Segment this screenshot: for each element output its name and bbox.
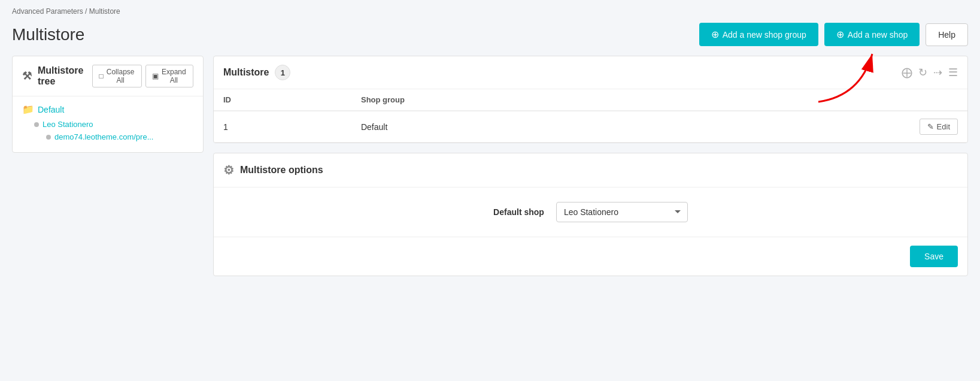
expand-all-button[interactable]: ▣ Expand All: [145, 65, 193, 87]
default-shop-select[interactable]: Leo Stationero Default: [556, 202, 688, 222]
breadcrumb-current: Multistore: [89, 7, 120, 16]
cell-actions: ✎ Edit: [672, 111, 967, 143]
tree-title-group: ⚒ Multistore tree: [22, 65, 92, 87]
add-shop-group-label: Add a new shop group: [723, 30, 806, 40]
col-actions: [672, 89, 967, 111]
tree-folder-default[interactable]: 📁 Default: [22, 104, 193, 115]
tree-item-0: Leo Stationero: [34, 120, 193, 129]
gear-icon: ⚙: [223, 163, 234, 177]
table-row: 1 Default ✎ Edit: [214, 111, 967, 143]
table-action-icons: ⨁ ↻ ⇢ ☰: [902, 66, 958, 79]
tree-controls: □ Collapse All ▣ Expand All: [92, 65, 193, 87]
cell-shop-group: Default: [351, 111, 672, 143]
cell-id: 1: [214, 111, 351, 143]
plus-box-icon: ▣: [152, 72, 159, 80]
left-panel: ⚒ Multistore tree □ Collapse All ▣ Expan…: [12, 56, 204, 276]
breadcrumb-parent: Advanced Parameters: [12, 7, 83, 16]
help-label: Help: [938, 30, 955, 40]
save-button[interactable]: Save: [910, 246, 958, 267]
save-bar: Save: [214, 237, 967, 276]
col-shop-group: Shop group: [351, 89, 672, 111]
tree-item-dot-1: [46, 135, 51, 140]
database-icon[interactable]: ☰: [948, 66, 958, 79]
breadcrumb: Advanced Parameters / Multistore: [0, 0, 980, 18]
plus-icon-2: ⊕: [836, 29, 844, 40]
tree-icon: ⚒: [22, 69, 32, 83]
options-card: ⚙ Multistore options Default shop Leo St…: [213, 153, 968, 276]
tree-card-header: ⚒ Multistore tree □ Collapse All ▣ Expan…: [13, 56, 203, 96]
default-shop-form-row: Default shop Leo Stationero Default: [493, 202, 688, 222]
edit-label: Edit: [937, 122, 950, 131]
refresh-icon[interactable]: ↻: [918, 66, 927, 79]
tree-item-dot-0: [34, 122, 39, 127]
expand-icon[interactable]: ⇢: [933, 66, 942, 79]
main-content: ⚒ Multistore tree □ Collapse All ▣ Expan…: [0, 56, 980, 288]
table-count-badge: 1: [275, 65, 290, 80]
tree-title: Multistore tree: [38, 65, 92, 87]
minus-icon: □: [99, 72, 103, 80]
page-title: Multistore: [12, 25, 84, 44]
breadcrumb-separator: /: [85, 7, 87, 16]
tree-folder-label: Default: [38, 105, 64, 114]
default-shop-label: Default shop: [493, 207, 544, 217]
collapse-all-label: Collapse All: [106, 68, 135, 84]
tree-item-link-1[interactable]: demo74.leotheme.com/pre...: [54, 132, 153, 141]
table-card: Multistore 1 ⨁ ↻ ⇢ ☰ ID Shop group: [213, 56, 968, 143]
expand-all-label: Expand All: [161, 68, 187, 84]
options-header: ⚙ Multistore options: [214, 153, 967, 188]
page-header: Multistore ⊕ Add a new shop group ⊕ Add …: [0, 18, 980, 56]
add-icon[interactable]: ⨁: [902, 66, 912, 79]
col-id: ID: [214, 89, 351, 111]
add-shop-group-button[interactable]: ⊕ Add a new shop group: [699, 23, 818, 46]
table-header-row: ID Shop group: [214, 89, 967, 111]
save-label: Save: [924, 252, 943, 261]
add-shop-label: Add a new shop: [848, 30, 908, 40]
collapse-all-button[interactable]: □ Collapse All: [92, 65, 141, 87]
tree-body: 📁 Default Leo Stationero demo74.leotheme…: [13, 96, 203, 152]
shop-groups-table: ID Shop group 1 Default ✎ E: [214, 89, 967, 143]
help-button[interactable]: Help: [926, 23, 968, 46]
right-panel: Multistore 1 ⨁ ↻ ⇢ ☰ ID Shop group: [213, 56, 968, 276]
edit-button[interactable]: ✎ Edit: [920, 119, 958, 135]
tree-item-1: demo74.leotheme.com/pre...: [34, 132, 193, 141]
tree-item-link-0[interactable]: Leo Stationero: [43, 120, 93, 129]
table-title-group: Multistore 1: [223, 65, 290, 80]
pencil-icon: ✎: [927, 122, 934, 131]
plus-icon: ⊕: [711, 29, 719, 40]
add-shop-button[interactable]: ⊕ Add a new shop: [824, 23, 920, 46]
options-title: Multistore options: [240, 165, 323, 176]
multistore-tree-card: ⚒ Multistore tree □ Collapse All ▣ Expan…: [12, 56, 204, 153]
options-body: Default shop Leo Stationero Default: [214, 188, 967, 237]
table-title: Multistore: [223, 67, 269, 78]
folder-icon: 📁: [22, 104, 34, 115]
header-buttons: ⊕ Add a new shop group ⊕ Add a new shop …: [699, 23, 968, 46]
table-header: Multistore 1 ⨁ ↻ ⇢ ☰: [214, 56, 967, 89]
